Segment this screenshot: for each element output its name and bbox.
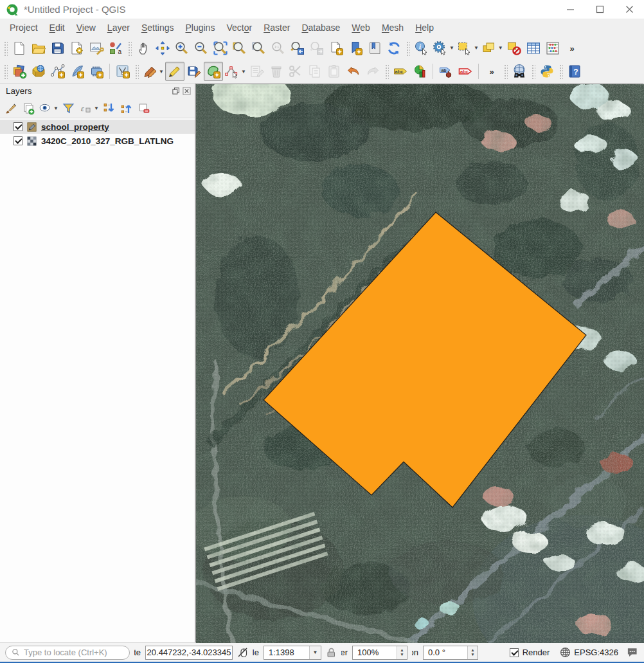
scale-combo-arrow-icon[interactable]: ▼ (309, 646, 321, 659)
add-data-layer-button[interactable] (29, 62, 48, 81)
highlight-pinned-labels-button[interactable]: abc (456, 62, 475, 81)
toolbar-grip[interactable] (406, 41, 410, 56)
messages-icon[interactable] (627, 647, 638, 658)
style-manager-button[interactable]: a (106, 39, 125, 58)
show-spatial-bookmarks-button[interactable] (346, 39, 365, 58)
rotation-spin-arrows[interactable]: ▲▼ (467, 646, 478, 659)
dropdown-arrow-icon[interactable]: ▼ (159, 69, 164, 75)
rotation-spinbox[interactable]: 0.0 ° ▲▼ (423, 646, 478, 660)
dropdown-arrow-icon[interactable]: ▼ (449, 45, 454, 51)
new-virtual-layer-button[interactable] (87, 62, 106, 81)
layer-visibility-checkbox[interactable] (13, 122, 22, 131)
save-project-button[interactable] (48, 39, 67, 58)
menu-item-mesh[interactable]: Mesh (376, 21, 409, 35)
select-by-value-button[interactable]: ▼ (480, 39, 505, 58)
pan-map-button[interactable] (134, 39, 153, 58)
refresh-map-button[interactable] (384, 39, 404, 58)
magnifier-spin-arrows[interactable]: ▲▼ (397, 646, 407, 659)
close-button[interactable] (614, 0, 644, 19)
layer-diagram-button[interactable] (410, 62, 429, 81)
toolbar-overflow-button[interactable]: » (482, 62, 501, 81)
toolbar-grip[interactable] (127, 41, 132, 56)
add-polygon-feature-button[interactable] (204, 62, 223, 81)
zoom-full-button[interactable] (211, 39, 230, 58)
zoom-to-selection-button[interactable] (230, 39, 249, 58)
new-geopackage-layer-button[interactable] (67, 62, 87, 81)
menu-item-raster[interactable]: Raster (258, 21, 296, 35)
toolbar-overflow-button[interactable]: » (562, 39, 582, 58)
pan-to-selection-button[interactable] (153, 39, 172, 58)
new-spatial-bookmark-button[interactable] (326, 39, 346, 58)
collapse-all-button[interactable] (118, 100, 135, 116)
close-panel-icon[interactable] (183, 87, 191, 95)
dropdown-arrow-icon[interactable]: ▼ (94, 105, 99, 111)
menu-item-project[interactable]: Project (4, 21, 44, 35)
lock-scale-icon[interactable] (326, 647, 337, 658)
vertex-tool-button[interactable]: ▼ (223, 62, 247, 81)
manage-map-themes-button[interactable]: ▼ (37, 100, 60, 116)
data-source-manager-button[interactable] (10, 62, 29, 81)
scale-combo[interactable]: 1:1398 ▼ (264, 646, 321, 660)
toolbar-grip[interactable] (3, 41, 8, 56)
menu-item-web[interactable]: Web (346, 21, 376, 35)
deselect-features-button[interactable] (505, 39, 524, 58)
toolbar-grip[interactable] (3, 64, 8, 79)
layer-row-school-property[interactable]: school_property (0, 120, 195, 134)
python-console-button[interactable] (537, 62, 557, 81)
zoom-to-layer-button[interactable] (249, 39, 269, 58)
save-layer-edits-button[interactable] (184, 62, 204, 81)
run-feature-action-button[interactable]: ▼ (431, 39, 456, 58)
expand-all-button[interactable] (101, 100, 118, 116)
menu-item-edit[interactable]: Edit (44, 21, 71, 35)
render-checkbox[interactable] (510, 648, 519, 657)
zoom-last-button[interactable] (288, 39, 307, 58)
help-button[interactable]: ? (565, 62, 584, 81)
bookmark-manager-button[interactable] (365, 39, 384, 58)
current-edits-button[interactable]: ▼ (141, 62, 165, 81)
new-scratch-layer-button[interactable] (113, 62, 132, 81)
toolbar-grip[interactable] (134, 64, 139, 79)
pin-labels-button[interactable]: ab (436, 62, 456, 81)
identify-features-button[interactable]: i (412, 39, 431, 58)
new-shapefile-layer-button[interactable] (48, 62, 67, 81)
magnifier-spinbox[interactable]: 100% ▲▼ (352, 646, 407, 660)
open-attribute-table-button[interactable] (524, 39, 543, 58)
float-panel-icon[interactable] (172, 87, 180, 95)
coordinate-input[interactable]: 20.447232,-34.023345 (145, 646, 233, 660)
toolbar-grip[interactable] (503, 64, 508, 79)
new-print-layout-button[interactable] (67, 39, 87, 58)
layer-visibility-checkbox[interactable] (13, 136, 22, 145)
menu-item-plugins[interactable]: Plugins (179, 21, 220, 35)
toolbar-grip[interactable] (559, 64, 563, 79)
statistical-summary-button[interactable] (543, 39, 562, 58)
menu-item-view[interactable]: View (71, 21, 102, 35)
dropdown-arrow-icon[interactable]: ▼ (474, 45, 479, 51)
menu-item-help[interactable]: Help (409, 21, 440, 35)
show-layout-manager-button[interactable] (87, 39, 106, 58)
dropdown-arrow-icon[interactable]: ▼ (498, 45, 503, 51)
open-project-button[interactable] (29, 39, 48, 58)
extents-toggle-icon[interactable] (237, 647, 248, 658)
maximize-button[interactable] (585, 0, 614, 19)
toggle-editing-button[interactable] (165, 62, 184, 81)
undo-button[interactable] (344, 62, 363, 81)
zoom-in-button[interactable] (172, 39, 192, 58)
new-project-button[interactable] (10, 39, 29, 58)
minimize-button[interactable] (555, 0, 585, 19)
filter-legend-button[interactable] (60, 100, 77, 116)
dropdown-arrow-icon[interactable]: ▼ (241, 69, 246, 75)
dropdown-arrow-icon[interactable]: ▼ (53, 105, 58, 111)
toolbar-grip[interactable] (384, 64, 389, 79)
menu-item-layer[interactable]: Layer (102, 21, 136, 35)
metasearch-button[interactable] (510, 62, 529, 81)
menu-item-settings[interactable]: Settings (136, 21, 180, 35)
menu-item-vector[interactable]: Vector (220, 21, 258, 35)
add-group-button[interactable] (20, 100, 37, 116)
filter-by-expression-button[interactable]: ε▼ (78, 100, 100, 116)
crs-status-button[interactable]: EPSG:4326 (560, 647, 618, 658)
zoom-out-button[interactable] (192, 39, 211, 58)
layer-row-3420c-2010-327-rgb-latlng[interactable]: 3420C_2010_327_RGB_LATLNG (0, 134, 195, 148)
remove-layer-button[interactable] (136, 100, 152, 116)
select-features-button[interactable]: ▼ (456, 39, 480, 58)
locate-input[interactable] (24, 648, 123, 657)
